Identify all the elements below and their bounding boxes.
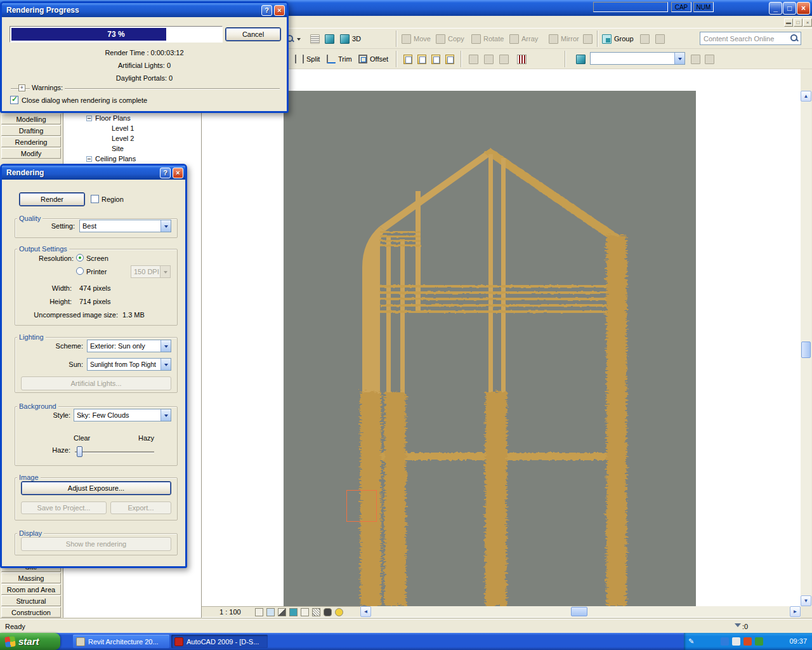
- expand-warnings-button[interactable]: +: [18, 84, 25, 91]
- start-button[interactable]: start: [0, 633, 60, 650]
- mdi-minimize-button[interactable]: ▬: [784, 18, 793, 27]
- render-button[interactable]: Render: [19, 192, 85, 206]
- app-close-button[interactable]: ×: [797, 2, 810, 15]
- region-checkbox[interactable]: [91, 195, 99, 203]
- trim-button[interactable]: Trim: [325, 51, 354, 67]
- vertical-scroll-thumb[interactable]: [801, 342, 811, 358]
- printer-radio[interactable]: [76, 267, 84, 275]
- combo-arrow-icon[interactable]: [160, 220, 171, 232]
- tree-item-level-2[interactable]: Level 2: [112, 134, 134, 143]
- detail-level-icon[interactable]: [255, 608, 263, 616]
- collapse-icon[interactable]: [86, 156, 92, 162]
- design-bar-tab-massing[interactable]: Massing: [1, 573, 61, 583]
- pin-button[interactable]: [638, 31, 652, 46]
- mdi-close-button[interactable]: ×: [803, 18, 812, 27]
- thin-lines-button[interactable]: [308, 31, 322, 46]
- offset-button[interactable]: Offset: [357, 51, 390, 67]
- temporary-hide-isolate-icon[interactable]: [324, 608, 332, 616]
- scroll-left-ic[interactable]: ◄: [360, 606, 371, 617]
- crop-visibility-icon[interactable]: [312, 608, 320, 616]
- collapse-icon[interactable]: [86, 116, 92, 121]
- close-when-complete-checkbox[interactable]: [10, 96, 18, 104]
- app-restore-button[interactable]: □: [783, 2, 796, 15]
- cancel-button[interactable]: Cancel: [225, 27, 281, 41]
- paste-aligned-button[interactable]: [402, 51, 414, 67]
- group-button[interactable]: Group: [600, 31, 636, 46]
- crop-region-icon[interactable]: [301, 608, 309, 616]
- sun-position-combo[interactable]: Sunlight from Top Right: [87, 358, 171, 371]
- tree-item-ceiling-plans[interactable]: Ceiling Plans: [86, 154, 136, 163]
- design-bar-tab-structural[interactable]: Structural: [1, 595, 61, 606]
- help-button[interactable]: ?: [160, 168, 171, 178]
- quality-setting-combo[interactable]: Best: [79, 220, 171, 232]
- align-button[interactable]: [467, 51, 480, 67]
- dimension-button[interactable]: [581, 31, 594, 46]
- tray-network-icon[interactable]: [755, 637, 763, 646]
- mirror-button[interactable]: Mirror: [547, 31, 581, 46]
- design-bar-tab-construction[interactable]: Construction: [1, 607, 61, 618]
- tray-pen-icon[interactable]: ✎: [687, 637, 695, 646]
- close-button[interactable]: ×: [173, 168, 183, 178]
- array-button[interactable]: Array: [508, 31, 540, 46]
- horizontal-scroll-thumb[interactable]: [571, 607, 587, 616]
- default-3d-view-button[interactable]: 3D: [338, 31, 363, 46]
- tray-volume-icon[interactable]: [732, 637, 740, 646]
- scroll-right-icon[interactable]: ►: [790, 606, 801, 617]
- progress-dialog-title-bar[interactable]: Rendering Progress ? ×: [2, 3, 287, 17]
- reveal-hidden-elements-icon[interactable]: [335, 608, 343, 616]
- cut-clipboard-button[interactable]: [429, 51, 442, 67]
- adjust-exposure-button[interactable]: Adjust Exposure...: [21, 481, 171, 495]
- design-bar-tab-rendering[interactable]: Rendering: [1, 136, 61, 147]
- copy-button[interactable]: Copy: [434, 31, 466, 46]
- haze-slider-thumb[interactable]: [77, 446, 82, 457]
- combo-arrow-icon[interactable]: [160, 409, 171, 421]
- task-button-autocad[interactable]: AutoCAD 2009 - [D-S...: [171, 635, 268, 648]
- content-search-input[interactable]: [700, 32, 801, 45]
- graph-button[interactable]: [515, 51, 528, 67]
- design-bar-tab-modify[interactable]: Modify: [1, 148, 61, 159]
- type-selector-combo[interactable]: [590, 52, 685, 65]
- match-type-button[interactable]: [653, 31, 667, 46]
- task-button-revit[interactable]: Revit Architecture 20...: [73, 635, 169, 648]
- rotate-button[interactable]: Rotate: [469, 31, 506, 46]
- link-button[interactable]: [703, 51, 716, 67]
- paint-button[interactable]: [497, 51, 511, 67]
- show-rendering-dialog-icon[interactable]: [289, 608, 298, 616]
- properties-button[interactable]: [689, 51, 702, 67]
- tree-item-floor-plans[interactable]: Floor Plans: [86, 114, 131, 123]
- move-button[interactable]: Move: [400, 31, 433, 46]
- combo-arrow-icon[interactable]: [160, 359, 171, 370]
- rendering-dialog-title-bar[interactable]: Rendering ? ×: [2, 166, 185, 180]
- tree-item-level-1[interactable]: Level 1: [112, 124, 134, 133]
- copy-clipboard-button[interactable]: [416, 51, 428, 67]
- model-graphics-icon[interactable]: [266, 608, 275, 616]
- combo-arrow-icon[interactable]: [160, 340, 171, 352]
- search-icon[interactable]: [790, 34, 799, 43]
- shadows-icon[interactable]: [278, 608, 286, 616]
- mdi-restore-button[interactable]: □: [794, 18, 802, 27]
- design-bar-tab-drafting[interactable]: Drafting: [1, 125, 61, 136]
- selection-filter[interactable]: :0: [735, 621, 748, 632]
- app-minimize-button[interactable]: _: [769, 2, 782, 15]
- close-button[interactable]: ×: [274, 5, 285, 16]
- tree-item-site[interactable]: Site: [112, 144, 124, 153]
- split-face-button[interactable]: [482, 51, 495, 67]
- render-region[interactable]: [284, 91, 696, 606]
- split-button[interactable]: Split: [293, 51, 322, 67]
- combo-arrow-icon[interactable]: [674, 53, 684, 64]
- scroll-down-icon[interactable]: ▼: [801, 595, 811, 606]
- tray-security-icon[interactable]: [743, 637, 752, 646]
- haze-slider-track[interactable]: [75, 451, 154, 453]
- design-bar-tab-room-and-area[interactable]: Room and Area: [1, 584, 61, 595]
- background-style-combo[interactable]: Sky: Few Clouds: [74, 409, 171, 421]
- demolish-button[interactable]: [574, 51, 587, 67]
- design-bar-tab-modelling[interactable]: Modelling: [1, 114, 61, 124]
- dynamic-view-button[interactable]: [323, 31, 336, 46]
- paste-clipboard-button[interactable]: [443, 51, 456, 67]
- lighting-scheme-combo[interactable]: Exterior: Sun only: [87, 340, 171, 352]
- screen-radio[interactable]: [76, 254, 84, 262]
- taskbar-clock[interactable]: 09:37: [789, 637, 807, 645]
- help-button[interactable]: ?: [261, 5, 272, 16]
- scroll-up-icon[interactable]: ▲: [801, 91, 811, 102]
- tray-display-icon[interactable]: [721, 637, 729, 646]
